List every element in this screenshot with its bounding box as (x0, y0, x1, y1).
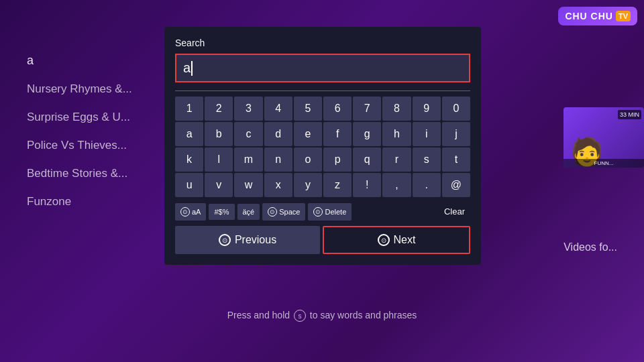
accents-label: äçé (243, 208, 255, 216)
logo: CHU CHU TV (558, 7, 637, 25)
key-p[interactable]: p (323, 147, 352, 172)
key-exclaim[interactable]: ! (353, 173, 381, 197)
key-n[interactable]: n (264, 147, 292, 172)
key-9[interactable]: 9 (413, 97, 441, 121)
key-r[interactable]: r (382, 147, 411, 172)
key-d[interactable]: d (264, 122, 292, 146)
search-label: Search (175, 38, 470, 48)
next-label: Next (394, 234, 416, 246)
row-u-at: u v w x y z ! , . @ (175, 173, 470, 197)
key-v[interactable]: v (205, 173, 233, 197)
symbols-label: #$% (214, 208, 229, 216)
key-comma[interactable]: , (382, 173, 411, 197)
key-o[interactable]: o (294, 147, 322, 172)
key-7[interactable]: 7 (353, 97, 381, 121)
hint-prefix: Press and hold (227, 310, 290, 320)
cursor (191, 61, 193, 76)
logo-tv: TV (616, 11, 631, 21)
clear-label: Clear (444, 206, 465, 217)
key-period[interactable]: . (413, 173, 441, 197)
key-5[interactable]: 5 (294, 97, 322, 121)
previous-button[interactable]: ⊙ Previous (175, 226, 320, 254)
key-at[interactable]: @ (442, 173, 470, 197)
special-row: ⊙ aA #$% äçé ⊙ Space ⊙ Delete Clear (175, 202, 470, 221)
key-g[interactable]: g (353, 122, 381, 146)
search-input-value: a (183, 60, 191, 76)
delete-label: Delete (325, 208, 346, 216)
key-e[interactable]: e (294, 122, 322, 146)
space-label: Space (279, 208, 300, 216)
search-input-box[interactable]: a (175, 54, 470, 82)
clear-button[interactable]: Clear (439, 202, 470, 221)
case-toggle-label: aA (192, 208, 201, 216)
accents-key[interactable]: äçé (237, 204, 260, 220)
thumbnail-area: 33 MIN 🧑 FUNN... (564, 107, 644, 168)
sidebar-item-surprise[interactable]: Surprise Eggs & U... (27, 111, 132, 124)
key-2[interactable]: 2 (205, 97, 233, 121)
keys-grid: 1 2 3 4 5 6 7 8 9 0 a b c d e f g h i j … (175, 97, 470, 197)
case-toggle-icon: ⊙ (180, 207, 190, 217)
key-4[interactable]: 4 (264, 97, 292, 121)
space-key[interactable]: ⊙ Space (262, 203, 305, 221)
key-t[interactable]: t (442, 147, 470, 172)
sidebar-item-a[interactable]: a (27, 54, 132, 68)
key-j[interactable]: j (442, 122, 470, 146)
key-h[interactable]: h (382, 122, 411, 146)
delete-key[interactable]: ⊙ Delete (308, 203, 352, 221)
number-row: 1 2 3 4 5 6 7 8 9 0 (175, 97, 470, 121)
key-y[interactable]: y (294, 173, 322, 197)
key-u[interactable]: u (175, 173, 203, 197)
hint-circle-icon: s (294, 310, 306, 322)
space-icon: ⊙ (268, 207, 277, 217)
key-z[interactable]: z (323, 173, 352, 197)
delete-icon: ⊙ (313, 207, 323, 217)
key-8[interactable]: 8 (382, 97, 411, 121)
case-toggle-key[interactable]: ⊙ aA (175, 203, 206, 221)
key-q[interactable]: q (353, 147, 381, 172)
row-aj: a b c d e f g h i j (175, 122, 470, 146)
sidebar-item-funzone[interactable]: Funzone (27, 195, 132, 208)
key-x[interactable]: x (264, 173, 292, 197)
key-c[interactable]: c (234, 122, 262, 146)
thumbnail-label: FUNN... (564, 159, 644, 168)
key-b[interactable]: b (205, 122, 233, 146)
nav-row: ⊙ Previous ⊙ Next (175, 226, 470, 254)
key-s[interactable]: s (413, 147, 441, 172)
key-i[interactable]: i (413, 122, 441, 146)
logo-text: CHU CHU (565, 11, 613, 21)
sidebar: a Nursery Rhymes &... Surprise Eggs & U.… (27, 54, 132, 223)
sidebar-item-nursery[interactable]: Nursery Rhymes &... (27, 82, 132, 96)
sidebar-item-bedtime[interactable]: Bedtime Stories &... (27, 167, 132, 180)
next-icon: ⊙ (378, 234, 390, 246)
thumbnail-box: 33 MIN 🧑 FUNN... (564, 107, 644, 168)
videos-text: Videos fo... (564, 241, 617, 253)
keyboard-overlay: Search a 1 2 3 4 5 6 7 8 9 0 a b c d e f… (164, 27, 481, 265)
thumbnail-badge: 33 MIN (618, 110, 641, 119)
row-kt: k l m n o p q r s t (175, 147, 470, 172)
key-6[interactable]: 6 (323, 97, 352, 121)
key-3[interactable]: 3 (234, 97, 262, 121)
next-button[interactable]: ⊙ Next (323, 226, 470, 254)
key-k[interactable]: k (175, 147, 203, 172)
key-m[interactable]: m (234, 147, 262, 172)
previous-icon: ⊙ (219, 234, 231, 246)
key-f[interactable]: f (323, 122, 352, 146)
hint-text: Press and hold s to say words and phrase… (0, 310, 644, 322)
key-w[interactable]: w (234, 173, 262, 197)
key-a[interactable]: a (175, 122, 203, 146)
symbols-key[interactable]: #$% (209, 204, 234, 220)
sidebar-item-police[interactable]: Police Vs Thieves... (27, 139, 132, 152)
hint-suffix: to say words and phrases (310, 310, 417, 320)
key-0[interactable]: 0 (442, 97, 470, 121)
previous-label: Previous (235, 234, 276, 246)
key-l[interactable]: l (205, 147, 233, 172)
key-1[interactable]: 1 (175, 97, 203, 121)
